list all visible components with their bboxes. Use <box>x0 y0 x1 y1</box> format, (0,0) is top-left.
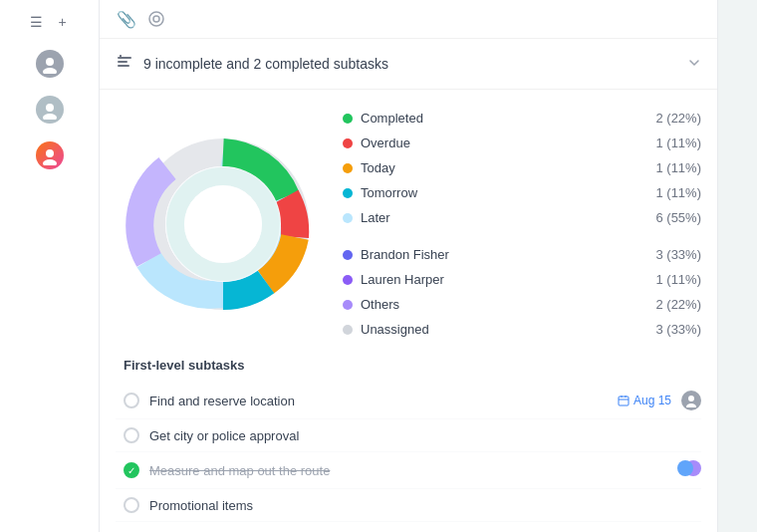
calendar-icon <box>618 395 630 406</box>
subtask-avatar-1 <box>681 391 701 410</box>
svg-point-2 <box>46 104 54 112</box>
overdue-count: 1 (11%) <box>631 135 701 150</box>
brandon-count: 3 (33%) <box>631 247 701 262</box>
tomorrow-label: Tomorrow <box>361 185 624 200</box>
legend-item-others: Others 2 (22%) <box>343 292 701 317</box>
subtask-text-4: Promotional items <box>149 498 701 513</box>
sidebar-toolbar: ☰ + <box>19 8 81 36</box>
attachment-icon[interactable]: 📎 <box>116 8 137 30</box>
brandon-label: Brandon Fisher <box>361 247 624 262</box>
unassigned-count: 3 (33%) <box>631 322 701 337</box>
lauren-label: Lauren Harper <box>361 272 624 287</box>
overdue-label: Overdue <box>361 135 624 150</box>
table-row[interactable]: Get city or police approval <box>116 419 701 452</box>
legend-item-lauren: Lauren Harper 1 (11%) <box>343 267 701 292</box>
chevron-down-icon <box>687 56 701 73</box>
svg-point-5 <box>43 159 57 165</box>
list-icon[interactable]: ☰ <box>27 12 47 32</box>
svg-point-7 <box>153 16 159 22</box>
legend-item-today: Today 1 (11%) <box>343 155 701 180</box>
svg-point-1 <box>43 68 57 74</box>
svg-rect-8 <box>118 57 131 59</box>
overdue-dot <box>343 138 353 148</box>
tomorrow-dot <box>343 188 353 198</box>
add-icon[interactable]: + <box>53 12 73 32</box>
subtasks-count-label: 9 incomplete and 2 completed subtasks <box>143 56 388 72</box>
svg-rect-11 <box>120 55 122 57</box>
today-count: 1 (11%) <box>631 160 701 175</box>
svg-point-15 <box>184 185 262 263</box>
chart-section: Completed 2 (22%) Overdue 1 (11%) Today … <box>100 90 717 358</box>
others-dot <box>343 300 353 310</box>
subtasks-header-left: 9 incomplete and 2 completed subtasks <box>116 53 388 75</box>
legend-item-completed: Completed 2 (22%) <box>343 106 701 131</box>
donut-chart <box>124 125 323 324</box>
subtasks-section: First-level subtasks Find and reserve lo… <box>100 358 717 532</box>
svg-point-21 <box>686 403 696 407</box>
svg-rect-10 <box>118 65 129 67</box>
lauren-dot <box>343 275 353 285</box>
subtask-text-2: Get city or police approval <box>149 428 701 443</box>
unassigned-label: Unassigned <box>361 322 624 337</box>
table-row[interactable]: Promotional items <box>116 489 701 522</box>
avatar-1[interactable] <box>36 50 64 78</box>
table-row[interactable]: ✓ Measure and map out the route <box>116 452 701 489</box>
lauren-count: 1 (11%) <box>631 272 701 287</box>
subtask-avatar-multi <box>677 460 701 480</box>
subtask-text-1: Find and reserve location <box>149 394 604 408</box>
later-count: 6 (55%) <box>631 210 701 225</box>
legend: Completed 2 (22%) Overdue 1 (11%) Today … <box>343 106 701 342</box>
subtask-circle-1[interactable] <box>124 393 139 408</box>
others-count: 2 (22%) <box>631 297 701 312</box>
subtask-date-1: Aug 15 <box>618 394 671 407</box>
subtask-circle-2[interactable] <box>124 427 139 443</box>
right-panel <box>717 0 757 532</box>
completed-count: 2 (22%) <box>631 111 701 126</box>
subtasks-header-icon <box>116 53 133 75</box>
legend-item-unassigned: Unassigned 3 (33%) <box>343 317 701 342</box>
check-icon: ✓ <box>127 465 135 476</box>
circle-icon[interactable] <box>145 8 167 30</box>
subtasks-header[interactable]: 9 incomplete and 2 completed subtasks <box>100 39 717 90</box>
unassigned-dot <box>343 325 353 335</box>
legend-item-tomorrow: Tomorrow 1 (11%) <box>343 180 701 205</box>
others-label: Others <box>361 297 624 312</box>
avatar-2[interactable] <box>36 96 64 124</box>
top-bar: 📎 <box>100 0 717 39</box>
svg-rect-16 <box>619 397 629 405</box>
svg-point-0 <box>46 58 54 66</box>
later-dot <box>343 213 353 223</box>
legend-item-overdue: Overdue 1 (11%) <box>343 131 701 155</box>
svg-point-20 <box>688 396 694 401</box>
avatar-multi-1 <box>677 460 693 476</box>
completed-label: Completed <box>361 111 624 126</box>
svg-rect-9 <box>118 61 127 63</box>
table-row[interactable]: Find and reserve location Aug 15 <box>116 383 701 419</box>
sidebar: ☰ + <box>0 0 100 532</box>
subtask-circle-3[interactable]: ✓ <box>124 462 139 478</box>
later-label: Later <box>361 210 624 225</box>
completed-dot <box>343 114 353 124</box>
today-label: Today <box>361 160 624 175</box>
subtask-text-3: Measure and map out the route <box>149 463 667 478</box>
brandon-dot <box>343 250 353 260</box>
avatar-3[interactable] <box>36 141 64 169</box>
legend-item-later: Later 6 (55%) <box>343 205 701 230</box>
svg-point-6 <box>149 12 163 26</box>
legend-item-brandon: Brandon Fisher 3 (33%) <box>343 242 701 267</box>
main-content: 📎 9 incomplete and 2 completed subtasks <box>100 0 717 532</box>
svg-point-3 <box>43 114 57 120</box>
subtask-circle-4[interactable] <box>124 497 139 513</box>
svg-point-4 <box>46 149 54 157</box>
subtask-date-text-1: Aug 15 <box>633 394 671 407</box>
today-dot <box>343 163 353 173</box>
tomorrow-count: 1 (11%) <box>631 185 701 200</box>
subtasks-section-title: First-level subtasks <box>116 358 701 373</box>
